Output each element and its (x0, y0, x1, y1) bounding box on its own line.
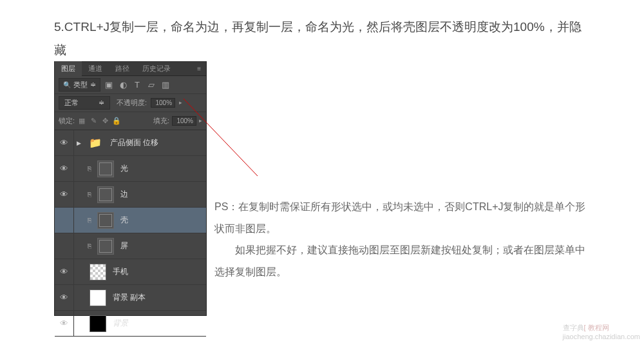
layer-thumbnail (90, 289, 106, 306)
tab-channels[interactable]: 通道 (82, 61, 109, 76)
layer-row[interactable]: 👁 手机 (55, 259, 206, 285)
opacity-stepper-icon[interactable]: ▸ (179, 100, 182, 106)
link-icon: ⎘ (86, 242, 93, 250)
visibility-toggle[interactable]: 👁 (55, 130, 74, 155)
blend-mode-dropdown[interactable]: 正常 ≑ (59, 96, 110, 110)
layer-row-group[interactable]: 👁 ▶ 📁 产品侧面 位移 (55, 130, 206, 156)
layer-thumbnail (97, 161, 114, 177)
watermark-site: [ 教程网 (584, 324, 609, 331)
link-icon: ⎘ (86, 217, 93, 224)
note-line-1: PS：在复制时需保证所有形状选中，或均未选中，否则CTRL+J复制的就是单个形状… (214, 196, 591, 239)
panel-tabs: 图层 通道 路径 历史记录 ≡ (55, 62, 206, 76)
blend-row: 正常 ≑ 不透明度: 100% ▸ (55, 94, 206, 112)
blend-mode-value: 正常 (64, 98, 79, 108)
lock-brush-icon[interactable]: ✎ (89, 117, 98, 125)
layer-row[interactable]: 👁 ⎘ 边 (55, 182, 206, 208)
layers-panel: 图层 通道 路径 历史记录 ≡ 🔍 类型 ≑ ▣ ◐ T ▱ ▥ 正常 ≑ 不透… (54, 61, 207, 316)
visibility-toggle[interactable]: 👁 (55, 259, 74, 284)
lock-all-icon[interactable]: 🔒 (112, 117, 121, 125)
step-instruction: 5.CTRL+J复制一层，命名为边，再复制一层，命名为光，然后将壳图层不透明度改… (0, 0, 644, 62)
layer-row-bg[interactable]: 👁 背景 (55, 311, 206, 337)
fill-label: 填充: (153, 116, 169, 126)
panel-menu-icon[interactable]: ≡ (192, 65, 206, 72)
opacity-label: 不透明度: (117, 98, 147, 108)
filter-smart-icon[interactable]: ▥ (160, 79, 171, 91)
layer-name: 手机 (113, 266, 128, 277)
link-icon: ⎘ (86, 191, 93, 198)
layer-thumbnail (97, 238, 114, 255)
layer-name: 光 (120, 163, 128, 174)
layer-row[interactable]: 👁 ⎘ 屏 (55, 233, 206, 259)
tab-history[interactable]: 历史记录 (136, 61, 177, 76)
layer-name: 背景 副本 (113, 292, 146, 303)
filter-adjust-icon[interactable]: ◐ (117, 79, 129, 91)
fill-input[interactable]: 100% (172, 116, 196, 126)
chevron-down-icon: ≑ (90, 81, 96, 89)
note-line-2: 如果把握不好，建议直接拖动图层至图层新建按钮处复制；或者在图层菜单中选择复制图层… (214, 239, 591, 282)
lock-label: 锁定: (59, 116, 75, 126)
ps-note: PS：在复制时需保证所有形状选中，或均未选中，否则CTRL+J复制的就是单个形状… (214, 196, 591, 282)
visibility-toggle[interactable]: 👁 (55, 156, 74, 181)
visibility-toggle[interactable]: 👁 (55, 311, 74, 336)
opacity-input[interactable]: 100% (151, 98, 175, 108)
filter-text-icon[interactable]: T (131, 79, 143, 91)
layer-thumbnail (90, 315, 106, 332)
filter-type-dropdown[interactable]: 🔍 类型 ≑ (59, 78, 100, 92)
visibility-toggle[interactable]: 👁 (55, 285, 74, 310)
search-icon: 🔍 (63, 81, 71, 88)
expand-toggle[interactable]: ▶ (74, 140, 83, 146)
tab-layers[interactable]: 图层 (55, 61, 82, 76)
filter-row: 🔍 类型 ≑ ▣ ◐ T ▱ ▥ (55, 76, 206, 94)
visibility-toggle[interactable]: 👁 (55, 208, 74, 233)
folder-icon: 📁 (87, 135, 104, 152)
layer-thumbnail (90, 264, 106, 280)
lock-row: 锁定: ▦ ✎ ✥ 🔒 填充: 100% ▸ (55, 112, 206, 130)
layer-thumbnail (97, 212, 114, 229)
lock-transparency-icon[interactable]: ▦ (77, 117, 86, 125)
watermark: 查字典[ 教程网 jiaocheng.chazidian.com (563, 323, 640, 340)
visibility-toggle[interactable]: 👁 (55, 182, 74, 207)
watermark-brand: 查字典 (563, 324, 584, 331)
lock-move-icon[interactable]: ✥ (100, 117, 109, 125)
layer-name: 屏 (120, 240, 128, 251)
layer-row[interactable]: 👁 ⎘ 光 (55, 156, 206, 182)
visibility-toggle[interactable]: 👁 (55, 233, 74, 259)
layers-list: 👁 ▶ 📁 产品侧面 位移 👁 ⎘ 光 👁 ⎘ 边 👁 ⎘ 壳 👁 (55, 130, 206, 337)
layer-row[interactable]: 👁 背景 副本 (55, 285, 206, 311)
filter-label: 类型 (73, 80, 88, 90)
filter-shape-icon[interactable]: ▱ (146, 79, 157, 91)
layer-name: 背景 (113, 318, 128, 329)
layer-row-selected[interactable]: 👁 ⎘ 壳 (55, 208, 206, 233)
layer-thumbnail (97, 186, 114, 203)
link-icon: ⎘ (86, 165, 93, 172)
tab-paths[interactable]: 路径 (109, 61, 136, 76)
fill-stepper-icon[interactable]: ▸ (199, 118, 202, 124)
watermark-url: jiaocheng.chazidian.com (563, 333, 640, 340)
filter-image-icon[interactable]: ▣ (103, 79, 115, 91)
layer-name: 边 (120, 189, 128, 200)
chevron-down-icon: ≑ (99, 99, 104, 107)
layer-name: 壳 (120, 215, 128, 226)
layer-name: 产品侧面 位移 (110, 137, 158, 148)
